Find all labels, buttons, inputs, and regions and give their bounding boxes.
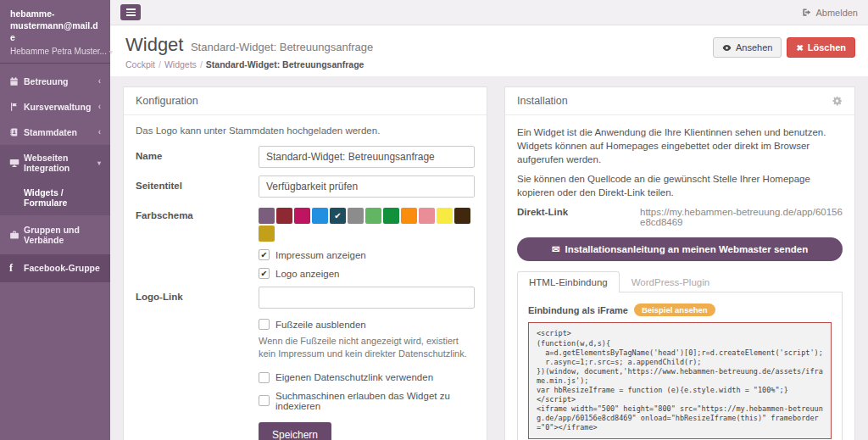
briefcase-icon [9, 230, 24, 240]
installation-panel-title: Installation [517, 95, 568, 107]
sidebar-item-label: Kursverwaltung [24, 102, 91, 112]
tab-html-einbindung[interactable]: HTML-Einbindung [517, 271, 620, 292]
logo-checkbox-label: Logo anzeigen [275, 269, 339, 279]
color-swatch[interactable] [259, 226, 275, 242]
color-swatch-selected[interactable]: ✔ [330, 208, 346, 224]
chevron-left-icon [98, 128, 101, 136]
seo-checkbox[interactable] [259, 395, 270, 406]
impressum-checkbox[interactable]: ✔ [259, 249, 270, 260]
logo-link-label: Logo-Link [136, 287, 259, 309]
privacy-checkbox-label: Eigenen Datenschutzlink verwenden [275, 372, 433, 382]
color-swatch[interactable] [312, 208, 328, 224]
logo-checkbox[interactable]: ✔ [259, 268, 270, 279]
gear-icon[interactable] [832, 96, 843, 106]
iframe-code-block: <script> (function(w,d,s){ a=d.getElemen… [528, 322, 832, 439]
direct-link-value[interactable]: https://my.hebammen-betreuung.de/app/601… [640, 207, 843, 227]
name-input[interactable] [259, 146, 475, 168]
logo-checkbox-row[interactable]: ✔ Logo anzeigen [259, 268, 475, 279]
webmaster-button[interactable]: ✉Installationsanleitung an meinen Webmas… [517, 237, 843, 261]
color-swatch[interactable] [401, 208, 417, 224]
sign-out-icon [802, 8, 811, 17]
logout-button[interactable]: Abmelden [802, 8, 858, 18]
sidebar-item-facebook-gruppe[interactable]: f Facebook-Gruppe [0, 254, 110, 282]
x-icon: ✖ [796, 43, 803, 53]
facebook-icon: f [9, 262, 24, 275]
user-name: Hebamme Petra Muster...▾ [10, 47, 100, 56]
page-title-label: Seitentitel [136, 175, 259, 198]
sidebar-item-gruppen-verbaende[interactable]: Gruppen und Verbände [0, 217, 110, 253]
sidebar-menu: Betreuung Kursverwaltung Stammdaten Webs… [0, 64, 110, 282]
installation-panel: Installation Ein Widget ist die Anwendun… [504, 86, 855, 440]
sidebar-item-label: Widgets / Formulare [24, 187, 67, 208]
color-swatch[interactable] [365, 208, 381, 224]
logo-link-input[interactable] [259, 287, 475, 309]
footer-checkbox[interactable] [259, 319, 270, 330]
topbar: Abmelden [110, 0, 868, 25]
sidebar-item-betreuung[interactable]: Betreuung [0, 69, 110, 94]
color-swatch[interactable] [348, 208, 364, 224]
address-book-icon [9, 127, 24, 137]
content-area: Konfiguration Das Logo kann unter Stammd… [110, 76, 868, 440]
privacy-checkbox[interactable] [259, 372, 270, 383]
seo-checkbox-label: Suchmaschinen erlauben das Widget zu ind… [275, 391, 475, 411]
name-label: Name [136, 146, 259, 168]
footer-checkbox-row[interactable]: Fußzeile ausblenden [259, 319, 475, 330]
installation-intro-1: Ein Widget ist die Anwendung die Ihre Kl… [517, 125, 843, 166]
sidebar-item-label: Gruppen und Verbände [24, 225, 101, 245]
flag-icon [9, 102, 24, 112]
color-swatches: ✔ [259, 205, 475, 242]
sidebar-item-widgets-formulare[interactable]: Widgets / Formulare [0, 181, 110, 215]
direct-link-label: Direkt-Link [517, 207, 640, 227]
configuration-panel: Konfiguration Das Logo kann unter Stammd… [123, 86, 487, 440]
breadcrumb-widgets[interactable]: Widgets [164, 59, 197, 70]
breadcrumb-current: Standard-Widget: Betreuungsanfrage [206, 59, 364, 70]
chevron-down-icon [97, 159, 101, 167]
envelope-icon: ✉ [552, 244, 560, 254]
breadcrumb-cockpit[interactable]: Cockpit [125, 59, 155, 70]
sidebar-item-stammdaten[interactable]: Stammdaten [0, 120, 110, 145]
page-title: Widget [125, 34, 183, 55]
user-email: hebamme-mustermann@mail.de [10, 8, 100, 44]
footer-checkbox-label: Fußzeile ausblenden [275, 320, 366, 330]
save-button[interactable]: Speichern [259, 422, 331, 440]
delete-button[interactable]: ✖ Löschen [787, 37, 855, 58]
view-button[interactable]: Ansehen [713, 37, 782, 58]
sidebar-toggle-button[interactable] [120, 4, 141, 20]
installation-intro-2: Sie können den Quellcode an die gewünsch… [517, 172, 843, 199]
sidebar-item-webseiten-integration[interactable]: Webseiten Integration [0, 145, 110, 181]
caret-down-icon: ▾ [109, 48, 113, 56]
color-swatch[interactable] [437, 208, 453, 224]
color-swatch[interactable] [419, 208, 435, 224]
sidebar-group-webseiten-integration: Webseiten Integration Widgets / Formular… [0, 145, 110, 215]
logo-hint-text: Das Logo kann unter Stammdaten hochgelad… [136, 125, 475, 136]
impressum-checkbox-label: Impressum anzeigen [275, 250, 366, 260]
color-swatch[interactable] [294, 208, 310, 224]
sidebar-item-label: Facebook-Gruppe [24, 263, 100, 273]
page-subtitle: Standard-Widget: Betreuungsanfrage [191, 41, 373, 53]
iframe-example-badge[interactable]: Beispiel ansehen [634, 304, 715, 316]
privacy-checkbox-row[interactable]: Eigenen Datenschutzlink verwenden [259, 372, 475, 383]
sidebar-item-label: Betreuung [24, 76, 69, 86]
color-swatch[interactable] [383, 208, 399, 224]
footer-help-text: Wenn die Fußzeile nicht angezeigt wird, … [259, 335, 475, 360]
iframe-section-heading: Einbindung als iFrame [528, 305, 628, 315]
color-scheme-label: Farbschema [136, 205, 259, 242]
sidebar: hebamme-mustermann@mail.de Hebamme Petra… [0, 0, 110, 440]
sidebar-item-kursverwaltung[interactable]: Kursverwaltung [0, 94, 110, 120]
configuration-panel-title: Konfiguration [124, 87, 487, 115]
sidebar-item-label: Stammdaten [24, 127, 77, 137]
desktop-icon [9, 158, 24, 168]
chevron-left-icon [98, 103, 101, 111]
impressum-checkbox-row[interactable]: ✔ Impressum anzeigen [259, 249, 475, 260]
chevron-left-icon [98, 77, 101, 86]
user-menu[interactable]: hebamme-mustermann@mail.de Hebamme Petra… [0, 0, 110, 64]
color-swatch[interactable] [276, 208, 292, 224]
sidebar-item-label: Webseiten Integration [24, 153, 97, 173]
page-header: Widget Standard-Widget: Betreuungsanfrag… [110, 25, 868, 76]
tab-wordpress-plugin[interactable]: WordPress-Plugin [620, 271, 721, 292]
seo-checkbox-row[interactable]: Suchmaschinen erlauben das Widget zu ind… [259, 391, 475, 411]
color-swatch[interactable] [454, 208, 470, 224]
logout-label: Abmelden [815, 8, 858, 18]
color-swatch[interactable] [259, 208, 275, 224]
page-title-input[interactable] [259, 175, 475, 198]
